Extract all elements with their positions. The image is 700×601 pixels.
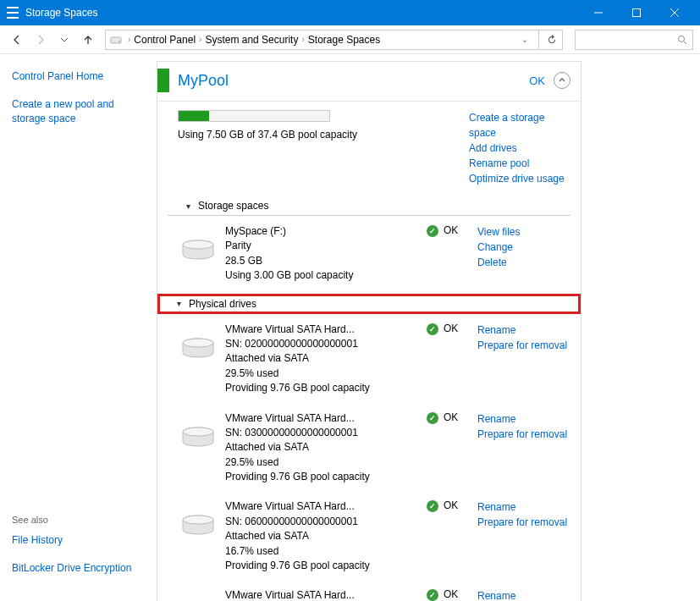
content-panel: MyPool OK Using 7.50 GB of 37.4 GB pool … [157, 61, 581, 601]
disk-icon [181, 427, 215, 452]
see-also-heading: See also [12, 515, 136, 525]
toolbar: › Control Panel › System and Security › … [0, 25, 700, 54]
change-link[interactable]: Change [477, 240, 570, 255]
space-name: MySpace (F:) [225, 224, 427, 239]
file-history-link[interactable]: File History [12, 533, 136, 548]
chevron-down-icon[interactable]: ⌄ [521, 35, 528, 44]
rename-drive-link[interactable]: Rename [477, 588, 570, 601]
rename-drive-link[interactable]: Rename [477, 323, 570, 338]
add-drives-link[interactable]: Add drives [469, 141, 570, 156]
search-icon [677, 35, 687, 45]
disk-icon [181, 338, 215, 363]
section-label: Storage spaces [198, 200, 268, 212]
physical-drive-row: VMware Virtual SATA Hard... SN: 02000000… [157, 314, 581, 403]
svg-rect-4 [111, 37, 121, 43]
bitlocker-link[interactable]: BitLocker Drive Encryption [12, 561, 136, 576]
storage-spaces-section-header[interactable]: ▾ Storage spaces [168, 196, 570, 216]
drive-name: VMware Virtual SATA Hard... [225, 323, 427, 337]
minimize-button[interactable] [579, 0, 617, 25]
window-titlebar: Storage Spaces [0, 0, 700, 25]
physical-drive-row: VMware Virtual SATA Hard... SN: 03000000… [157, 403, 581, 492]
up-button[interactable] [78, 30, 98, 50]
status-text: OK [444, 411, 458, 423]
delete-link[interactable]: Delete [477, 255, 570, 270]
drive-used: 29.5% used [225, 367, 427, 381]
svg-point-5 [119, 41, 120, 42]
disk-icon [181, 240, 215, 265]
space-usage: Using 3.00 GB pool capacity [225, 268, 427, 283]
rename-pool-link[interactable]: Rename pool [469, 156, 570, 171]
status-text: OK [444, 499, 458, 511]
svg-point-15 [183, 516, 213, 524]
drive-providing: Providing 9.76 GB pool capacity [225, 559, 427, 573]
collapse-button[interactable] [554, 72, 570, 89]
prepare-removal-link[interactable]: Prepare for removal [477, 338, 570, 353]
svg-point-13 [183, 427, 213, 436]
space-size: 28.5 GB [225, 254, 427, 268]
breadcrumb-item[interactable]: System and Security [205, 34, 298, 46]
drive-name: VMware Virtual SATA Hard... [225, 411, 427, 426]
section-label: Physical drives [189, 298, 256, 310]
disk-icon [181, 515, 215, 540]
drive-name: VMware Virtual SATA Hard... [225, 499, 427, 514]
space-type: Parity [225, 239, 427, 253]
chevron-down-icon: ▾ [186, 201, 198, 211]
drive-sn: SN: 03000000000000000001 [225, 426, 427, 440]
breadcrumb-item[interactable]: Storage Spaces [308, 34, 380, 46]
drive-attached: Attached via SATA [225, 529, 427, 543]
chevron-right-icon: › [199, 35, 201, 44]
drive-providing: Providing 9.76 GB pool capacity [225, 470, 427, 484]
storage-space-row: MySpace (F:) Parity 28.5 GB Using 3.00 G… [157, 216, 581, 290]
chevron-down-icon: ▾ [177, 299, 189, 308]
svg-rect-1 [632, 9, 640, 17]
pool-header: MyPool OK [157, 62, 581, 102]
breadcrumb[interactable]: › Control Panel › System and Security › … [105, 30, 563, 50]
status-text: OK [444, 588, 458, 600]
forward-button[interactable] [30, 30, 51, 50]
search-input[interactable] [575, 30, 693, 50]
create-pool-link[interactable]: Create a new pool and storage space [12, 97, 136, 126]
drive-providing: Providing 9.76 GB pool capacity [225, 381, 427, 395]
drive-sn: SN: 02000000000000000001 [225, 337, 427, 351]
status-text: OK [444, 323, 458, 334]
prepare-removal-link[interactable]: Prepare for removal [477, 515, 570, 530]
ok-icon [427, 500, 438, 512]
drive-used: 29.5% used [225, 455, 427, 470]
svg-point-9 [183, 240, 213, 249]
ok-icon [427, 589, 438, 601]
ok-icon [427, 225, 438, 237]
refresh-button[interactable] [538, 30, 559, 50]
physical-drive-row: VMware Virtual SATA Hard... SN: 00000000… [157, 580, 581, 601]
window-title: Storage Spaces [25, 7, 579, 19]
prepare-removal-link[interactable]: Prepare for removal [477, 427, 570, 442]
drive-used: 16.7% used [225, 544, 427, 559]
maximize-button[interactable] [617, 0, 655, 25]
status-text: OK [444, 224, 458, 236]
breadcrumb-item[interactable]: Control Panel [134, 34, 196, 46]
back-button[interactable] [7, 30, 27, 50]
svg-point-11 [183, 339, 213, 347]
create-storage-space-link[interactable]: Create a storage space [469, 110, 570, 141]
view-files-link[interactable]: View files [477, 224, 570, 240]
rename-drive-link[interactable]: Rename [477, 411, 570, 427]
svg-line-7 [684, 41, 686, 44]
physical-drive-row: VMware Virtual SATA Hard... SN: 06000000… [157, 491, 581, 580]
pool-color-block [157, 69, 169, 92]
sidebar: Control Panel Home Create a new pool and… [0, 54, 148, 601]
rename-drive-link[interactable]: Rename [477, 499, 570, 515]
ok-icon [427, 323, 438, 335]
chevron-right-icon: › [128, 35, 130, 44]
chevron-right-icon: › [301, 35, 304, 44]
pool-usage-bar [178, 110, 330, 122]
svg-point-6 [679, 36, 685, 41]
optimize-link[interactable]: Optimize drive usage [469, 171, 570, 186]
drive-attached: Attached via SATA [225, 440, 427, 455]
app-icon [7, 7, 19, 19]
pool-status: OK [529, 74, 545, 87]
recent-locations-dropdown[interactable] [54, 30, 74, 50]
close-button[interactable] [655, 0, 693, 25]
physical-drives-section-header[interactable]: ▾ Physical drives [157, 294, 581, 314]
pool-name: MyPool [178, 72, 529, 90]
drive-icon [109, 33, 123, 47]
control-panel-home-link[interactable]: Control Panel Home [12, 69, 136, 84]
